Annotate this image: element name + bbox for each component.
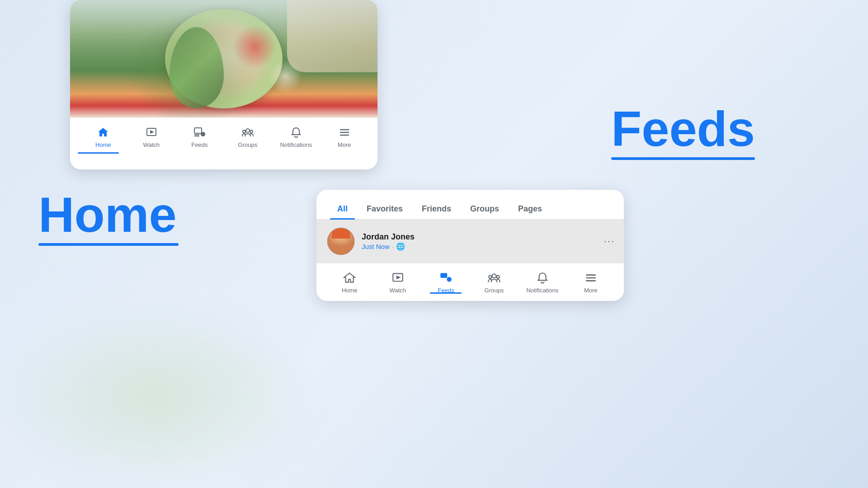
nav-label-more: More xyxy=(338,141,351,148)
svg-rect-14 xyxy=(441,273,448,278)
svg-point-18 xyxy=(492,274,496,278)
home-icon xyxy=(96,125,110,140)
tab-groups[interactable]: Groups xyxy=(463,199,506,219)
post-meta: Just Now · 🌐 xyxy=(362,243,613,251)
nav-label-home: Home xyxy=(95,141,111,148)
svg-point-6 xyxy=(246,129,250,132)
more-options-button[interactable]: ··· xyxy=(604,235,615,247)
tab-friends[interactable]: Friends xyxy=(415,199,458,219)
bottom-nav-groups[interactable]: Groups xyxy=(478,271,510,294)
svg-point-7 xyxy=(243,130,245,133)
nav-item-notifications[interactable]: Notifications xyxy=(280,125,312,148)
svg-point-20 xyxy=(496,276,499,278)
feeds-active-indicator xyxy=(432,292,459,294)
avatar xyxy=(327,228,354,255)
feed-tabs: All Favorites Friends Groups Pages xyxy=(316,190,624,220)
svg-marker-1 xyxy=(150,130,154,134)
svg-point-8 xyxy=(250,130,253,133)
nav-label-groups: Groups xyxy=(238,141,258,148)
bottom-nav-label-home: Home xyxy=(342,287,358,294)
globe-icon: 🌐 xyxy=(396,243,405,251)
bottom-nav-label-groups: Groups xyxy=(485,287,504,294)
tab-all[interactable]: All xyxy=(330,199,355,219)
bottom-nav-label-more: More xyxy=(584,287,598,294)
watch-icon xyxy=(144,125,159,140)
bottom-nav-feeds[interactable]: Feeds xyxy=(430,271,462,294)
svg-rect-2 xyxy=(194,128,202,133)
feeds-card: All Favorites Friends Groups Pages Jorda… xyxy=(316,190,624,301)
bottom-nav-feeds: Home Watch Feeds xyxy=(316,263,624,301)
tab-favorites[interactable]: Favorites xyxy=(359,199,410,219)
bottom-nav-more[interactable]: More xyxy=(575,271,607,294)
post-preview: Jordan Jones Just Now · 🌐 ··· xyxy=(316,220,624,263)
nav-label-watch: Watch xyxy=(143,141,160,148)
bottom-feeds-icon xyxy=(439,271,453,285)
bottom-groups-icon xyxy=(487,271,501,285)
svg-marker-13 xyxy=(396,276,401,280)
bottom-nav-home[interactable]: Home xyxy=(334,271,365,294)
bottom-nav-label-watch: Watch xyxy=(390,287,406,294)
feeds-icon xyxy=(192,125,207,140)
post-info: Jordan Jones Just Now · 🌐 xyxy=(362,232,613,251)
nav-item-watch[interactable]: Watch xyxy=(136,125,167,148)
food-overlay xyxy=(70,0,377,117)
food-image xyxy=(70,0,377,117)
post-separator: · xyxy=(392,244,394,250)
nav-label-feeds: Feeds xyxy=(191,141,208,148)
post-time: Just Now xyxy=(362,243,390,250)
more-icon xyxy=(337,125,352,140)
bottom-more-icon xyxy=(584,271,598,285)
nav-item-groups[interactable]: Groups xyxy=(232,125,264,148)
avatar-hat xyxy=(332,229,350,239)
feeds-label: Feeds xyxy=(611,104,755,160)
nav-item-more[interactable]: More xyxy=(329,125,360,148)
bottom-notifications-icon xyxy=(535,271,550,285)
bottom-nav-notifications[interactable]: Notifications xyxy=(526,271,558,294)
nav-item-feeds[interactable]: Feeds xyxy=(184,125,215,148)
background-blur xyxy=(0,307,316,488)
post-author: Jordan Jones xyxy=(362,232,613,242)
bottom-home-icon xyxy=(342,271,357,285)
bottom-watch-icon xyxy=(391,271,405,285)
tab-pages[interactable]: Pages xyxy=(511,199,549,219)
bottom-nav-label-feeds: Feeds xyxy=(438,287,454,294)
svg-point-15 xyxy=(447,277,452,282)
nav-item-home[interactable]: Home xyxy=(87,125,119,148)
top-phone-card: Home Watch Feeds xyxy=(70,0,377,169)
svg-point-3 xyxy=(201,132,205,136)
top-nav-bar: Home Watch Feeds xyxy=(70,117,377,154)
svg-point-19 xyxy=(489,276,491,278)
notifications-icon xyxy=(289,125,303,140)
avatar-image xyxy=(327,228,354,255)
home-label: Home xyxy=(38,190,179,246)
nav-label-notifications: Notifications xyxy=(280,141,312,148)
bottom-nav-watch[interactable]: Watch xyxy=(382,271,414,294)
bottom-nav-label-notifications: Notifications xyxy=(526,287,558,294)
groups-icon xyxy=(241,125,255,140)
